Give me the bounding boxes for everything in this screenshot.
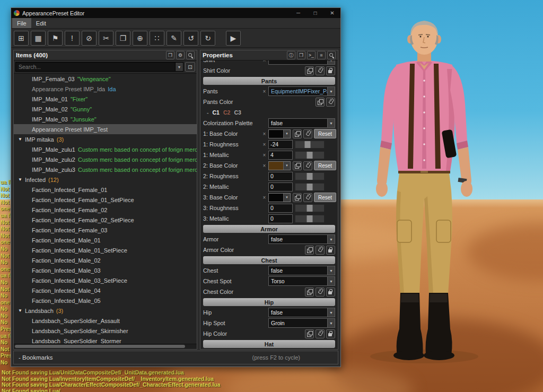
search-dropdown-arrow-icon[interactable]: ▼ — [175, 63, 183, 71]
slider-handle[interactable] — [304, 141, 310, 148]
slider[interactable] — [295, 215, 325, 223]
alert-button[interactable]: ! — [65, 31, 80, 46]
tree-item-row[interactable]: Landsbach_SuperSoldier_Stormer — [14, 336, 197, 344]
bookmark-button[interactable]: ⚑ — [48, 31, 63, 46]
clip-icon[interactable] — [316, 66, 325, 75]
tree-group-row[interactable]: ▼IMP mitaka(3) — [14, 134, 197, 144]
copy-icon[interactable] — [305, 66, 314, 75]
items-hscrollbar[interactable] — [14, 344, 197, 349]
dropdown[interactable]: EquipmentIMPFixer_Pants▼ — [268, 86, 335, 96]
copy-icon[interactable] — [293, 193, 302, 202]
menu-edit[interactable]: Edit — [31, 18, 51, 28]
tree-item-row[interactable]: Appearance Preset IMP_Test — [14, 124, 197, 134]
tree-item-row[interactable]: Faction_Infected_Female_02_SetPiece — [14, 215, 197, 225]
advanced-search-button[interactable]: ⊡ — [185, 62, 195, 72]
copy-icon[interactable] — [293, 129, 302, 138]
minimize-button[interactable]: ─ — [291, 8, 305, 18]
dropdown[interactable]: false▼ — [268, 118, 335, 128]
items-hscrollbar-thumb[interactable] — [15, 345, 185, 348]
dropdown-arrow-icon[interactable]: ▼ — [327, 319, 335, 327]
copy-icon[interactable] — [293, 161, 302, 170]
tree-item-row[interactable]: IMP_Male_zulu1Custom merc based on conce… — [14, 144, 197, 154]
clear-button[interactable]: × — [262, 142, 266, 147]
tree-group-row[interactable]: ▼Infected(12) — [14, 175, 197, 185]
tools-button[interactable]: ✂ — [99, 31, 113, 46]
tree-item-row[interactable]: IMP_Male_02"Gunny" — [14, 104, 197, 114]
lock-icon[interactable] — [326, 246, 335, 255]
slider[interactable] — [295, 204, 325, 212]
lock-icon[interactable] — [326, 329, 335, 338]
dropdown-arrow-icon[interactable]: ▼ — [327, 277, 335, 285]
reset-button[interactable]: Reset — [314, 161, 336, 170]
tree-group-row[interactable]: ▼Landsbach(3) — [14, 306, 197, 316]
tree-item-row[interactable]: Faction_Infected_Female_01 — [14, 185, 197, 195]
dropdown-arrow-icon[interactable]: ▼ — [283, 194, 290, 202]
collapse-arrow-icon[interactable]: ▼ — [18, 177, 22, 182]
console-icon[interactable]: >_ — [307, 51, 316, 59]
dropdown-arrow-icon[interactable]: ▼ — [327, 266, 335, 275]
palette-tab-C3[interactable]: C3 — [234, 109, 241, 116]
number-input[interactable] — [269, 151, 292, 159]
number-input[interactable] — [269, 215, 292, 223]
copy-icon[interactable] — [305, 329, 314, 338]
slider[interactable] — [295, 141, 325, 149]
play-button[interactable]: ▶ — [226, 31, 241, 46]
dropdown-arrow-icon[interactable]: ▼ — [327, 60, 335, 64]
nodes-button[interactable]: ∷ — [150, 31, 164, 46]
clear-button[interactable]: × — [262, 152, 266, 158]
copy-icon[interactable] — [305, 288, 314, 297]
collapse-arrow-icon[interactable]: ▼ — [18, 308, 22, 313]
color-swatch[interactable]: ▼ — [268, 129, 291, 138]
tree-item-row[interactable]: Faction_Infected_Male_03 — [14, 265, 197, 275]
number-input[interactable] — [269, 204, 292, 212]
palette-tab-C2[interactable]: C2 — [223, 109, 230, 116]
tree-item-row[interactable]: IMP_Male_zulu3Custom merc based on conce… — [14, 164, 197, 175]
search-icon[interactable] — [327, 51, 336, 59]
disable-button[interactable]: ⊘ — [82, 31, 97, 46]
search-box[interactable]: ▼ — [15, 62, 183, 72]
copy-icon[interactable] — [316, 98, 325, 107]
tree-item-row[interactable]: Faction_Infected_Female_01_SetPiece — [14, 195, 197, 205]
tree-item-row[interactable]: Landsbach_SuperSoldier_Skirmisher — [14, 326, 197, 336]
slider-handle[interactable] — [307, 173, 313, 180]
tree-item-row[interactable]: IMP_Male_zulu2Custom merc based on conce… — [14, 154, 197, 164]
dropdown[interactable]: false▼ — [268, 234, 335, 244]
dropdown[interactable]: false▼ — [268, 308, 335, 317]
slider-handle[interactable] — [307, 152, 313, 159]
titlebar[interactable]: AppearancePreset Editor ─ □ ✕ — [11, 8, 340, 18]
tree-item-row[interactable]: IMP_Male_03"Junsuke" — [14, 114, 197, 124]
clear-button[interactable]: × — [262, 131, 266, 137]
dropdown[interactable]: false▼ — [268, 266, 335, 275]
slider[interactable] — [295, 151, 325, 159]
lock-icon[interactable] — [326, 288, 335, 297]
collapse-arrow-icon[interactable]: ▼ — [18, 137, 22, 142]
tree-item-row[interactable]: Appearance Preset IMP_IdaIda — [14, 84, 197, 94]
list-icon[interactable]: ≡ — [317, 51, 326, 59]
brush-button[interactable]: ✎ — [167, 31, 181, 46]
tree-item-row[interactable]: Faction_Infected_Male_01_SetPiece — [14, 245, 197, 255]
tree-item-row[interactable]: Faction_Infected_Male_01 — [14, 235, 197, 245]
tree-item-row[interactable]: Faction_Infected_Male_03_SetPiece — [14, 275, 197, 285]
slider-handle[interactable] — [307, 205, 313, 212]
clip-icon[interactable] — [326, 98, 335, 107]
clip-icon[interactable] — [303, 193, 312, 202]
dropdown[interactable]: Torso▼ — [268, 276, 335, 286]
number-input[interactable] — [269, 141, 292, 149]
dropdown-arrow-icon[interactable]: ▼ — [327, 119, 335, 127]
tree-item-row[interactable]: Faction_Infected_Female_02 — [14, 205, 197, 215]
menu-file[interactable]: File — [12, 18, 31, 28]
slider-handle[interactable] — [307, 184, 313, 190]
dropdown-arrow-icon[interactable]: ▼ — [327, 308, 335, 317]
bookmarks-bar[interactable]: - Bookmarks (press F2 to cycle) — [13, 351, 338, 364]
number-input[interactable] — [269, 172, 292, 180]
tree-item-row[interactable]: Faction_Infected_Male_04 — [14, 285, 197, 295]
tree-item-row[interactable]: Faction_Infected_Female_03 — [14, 225, 197, 235]
dropdown[interactable]: ▼ — [268, 60, 335, 65]
clear-button[interactable]: × — [262, 163, 266, 169]
close-button[interactable]: ✕ — [325, 8, 339, 18]
clip-icon[interactable] — [316, 246, 325, 255]
clear-button[interactable]: × — [262, 60, 266, 63]
clear-button[interactable]: × — [262, 195, 266, 201]
tree-item-row[interactable]: IMP_Male_01"Fixer" — [14, 94, 197, 104]
dropdown-arrow-icon[interactable]: ▼ — [327, 235, 335, 243]
